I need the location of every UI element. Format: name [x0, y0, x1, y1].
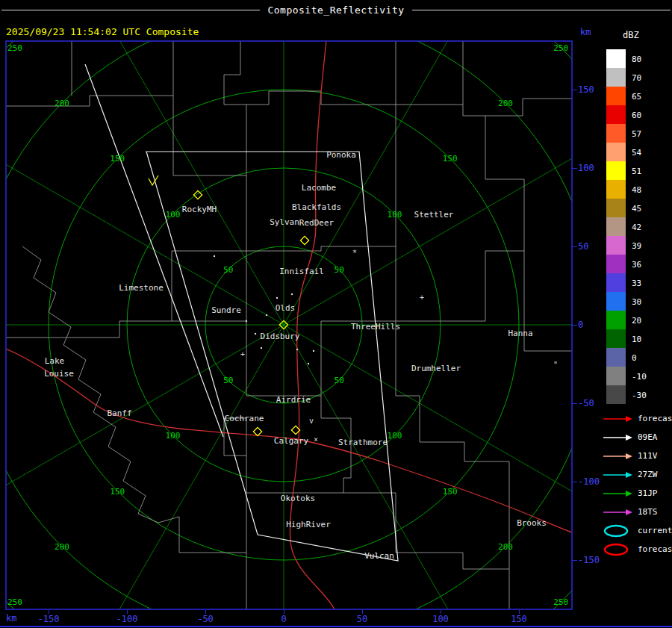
legend-row-09EA: 09EA: [602, 428, 658, 447]
range-label-100: 100: [166, 431, 181, 441]
colorbar-value-51: 51: [632, 166, 641, 175]
spot-cross: ×: [314, 435, 318, 444]
azimuth-line-30: [0, 0, 672, 628]
spot-quote: ": [553, 361, 558, 369]
colorbar-swatch-10: [606, 329, 626, 348]
range-label-100: 100: [166, 209, 181, 219]
city-label-threehills: ThreeHills: [351, 322, 400, 332]
y-tick-label: -100: [578, 476, 600, 487]
radar-site-marker: [253, 427, 261, 435]
range-label-150: 150: [443, 154, 458, 164]
city-label-banff: Banff: [107, 408, 131, 418]
colorbar-swatch-70: [606, 68, 626, 87]
city-label-didsbury: Didsbury: [261, 332, 300, 341]
colorbar-value-10: 10: [632, 334, 641, 343]
colorbar-value-45: 45: [632, 203, 641, 213]
colorbar-value-42: 42: [632, 222, 641, 231]
city-label-limestone: Limestone: [119, 283, 164, 293]
arrow-icon: [602, 414, 633, 423]
range-label-100: 100: [388, 431, 402, 441]
city-label-rockymh: RockyMH: [182, 205, 217, 214]
city-label-innisfail: Innisfail: [279, 267, 324, 276]
x-tick-label: 100: [432, 614, 449, 624]
city-label-strathmore: Strathmore: [338, 438, 388, 447]
legend-label: forecast: [638, 544, 672, 554]
x-tick-label: -100: [116, 614, 138, 624]
range-ring-250: [0, 0, 672, 628]
colorbar-swatch-65: [606, 87, 626, 105]
city-label-calgary: Calgary: [274, 436, 308, 446]
y-tick: [573, 168, 577, 169]
range-label-50: 50: [223, 264, 233, 274]
x-tick-label: 0: [281, 614, 286, 624]
city-label-olds: Olds: [276, 303, 296, 313]
colorbar-value-0: 0: [632, 352, 637, 362]
y-tick-label: -50: [578, 398, 594, 408]
range-label-250: 250: [7, 43, 22, 52]
colorbar-value--10: -10: [632, 371, 647, 381]
legend-row-current-ellipse: current: [602, 521, 672, 540]
x-axis-unit: km: [6, 613, 16, 624]
legend-row-27ZW: 27ZW: [602, 465, 658, 484]
x-tick-label: 50: [357, 614, 367, 624]
city-label-lacombe: Lacombe: [302, 183, 336, 193]
city-label-hanna: Hanna: [508, 329, 532, 338]
city-label-louise: Louise: [44, 369, 74, 379]
y-tick: [573, 403, 577, 404]
legend-row-forecast-ellipse: forecast: [602, 540, 672, 559]
city-label-vulcan: Vulcan: [364, 551, 394, 561]
city-label-reddeer: RedDeer: [299, 218, 334, 228]
range-label-100: 100: [388, 209, 402, 219]
timestamp: 2025/09/23 11:54:02 UTC Composite: [6, 26, 199, 37]
legend-row-31JP: 31JP: [602, 484, 658, 503]
range-label-150: 150: [443, 486, 458, 496]
range-label-200: 200: [498, 99, 513, 108]
colorbar-swatch-80: [606, 49, 626, 68]
city-label-brooks: Brooks: [517, 518, 547, 528]
range-label-50: 50: [335, 264, 344, 274]
spot-plus: +: [240, 350, 245, 358]
spot-dot: [276, 297, 278, 299]
spot-plus: +: [420, 293, 424, 302]
colorbar-value--30: -30: [632, 390, 647, 400]
title-rule-right: [412, 10, 671, 10]
spot-dot: [261, 347, 262, 349]
city-label-sylvan: Sylvan: [270, 217, 299, 227]
range-label-150: 150: [110, 154, 125, 164]
markers-layer: ++*v×": [149, 175, 558, 444]
arrow-icon: [602, 452, 633, 461]
radar-site-marker: [300, 236, 308, 244]
azimuth-line-120: [0, 0, 672, 628]
azimuth-line-60: [0, 0, 672, 628]
spot-dot: [296, 349, 298, 350]
legend-row-18TS: 18TS: [602, 503, 658, 521]
x-tick-label: -150: [38, 614, 60, 624]
colorbar-value-70: 70: [632, 72, 641, 82]
city-label-stettler: Stettler: [414, 210, 454, 220]
y-tick-label: -150: [578, 555, 600, 565]
arrow-icon: [602, 508, 633, 517]
legend-label: 09EA: [638, 432, 658, 442]
bottom-rule: [0, 626, 672, 627]
colorbar-value-30: 30: [632, 296, 641, 306]
city-label-sundre: Sundre: [211, 305, 241, 315]
colorbar-value-54: 54: [632, 147, 641, 157]
city-label-drumheller: Drumheller: [411, 364, 461, 373]
legend-label: current: [638, 526, 672, 535]
colorbar-value-57: 57: [632, 128, 641, 138]
y-tick-label: 0: [578, 320, 583, 330]
radar-map: ++*v×": [0, 0, 672, 628]
colorbar-value-65: 65: [632, 91, 641, 101]
colorbar-swatch-36: [606, 255, 626, 273]
y-tick-label: 50: [578, 241, 588, 252]
colorbar-swatch-54: [606, 143, 626, 161]
colorbar-swatch-51: [606, 161, 626, 180]
range-label-250: 250: [7, 597, 22, 607]
spot-dot: [308, 363, 309, 364]
range-label-250: 250: [553, 43, 568, 52]
range-label-200: 200: [498, 541, 513, 551]
spot-dot: [266, 314, 267, 316]
colorbar-value-33: 33: [632, 278, 641, 287]
colorbar-value-80: 80: [632, 54, 641, 63]
legend-label: 18TS: [638, 507, 658, 517]
